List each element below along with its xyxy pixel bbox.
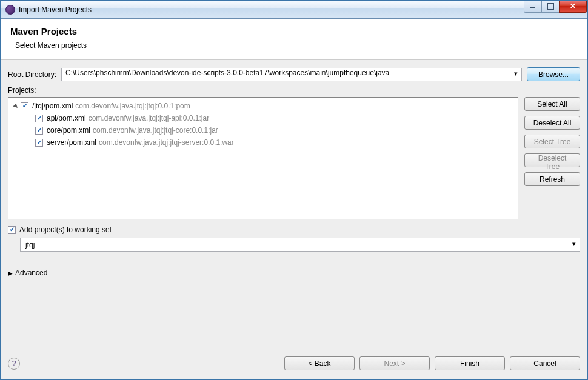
projects-label: Projects: <box>8 86 580 95</box>
tree-child-row[interactable]: ✔ core/pom.xml com.devonfw.java.jtqj:jtq… <box>8 124 518 136</box>
help-icon[interactable]: ? <box>8 358 20 370</box>
checkbox-child[interactable]: ✔ <box>35 139 43 147</box>
page-subtitle: Select Maven projects <box>15 41 578 50</box>
window-title: Import Maven Projects <box>19 5 524 14</box>
refresh-button[interactable]: Refresh <box>524 172 580 186</box>
close-button[interactable]: ✕ <box>559 1 587 13</box>
working-set-row: ✔ Add project(s) to working set <box>8 225 580 234</box>
projects-area: ✔ /jtqj/pom.xml com.devonfw.java.jtqj:jt… <box>8 97 580 219</box>
root-directory-input[interactable]: C:\Users\phschimm\Downloads\devon-ide-sc… <box>61 68 522 81</box>
footer: ? < Back Next > Finish Cancel <box>1 347 587 379</box>
back-button[interactable]: < Back <box>284 356 355 370</box>
page-title: Maven Projects <box>10 26 578 36</box>
working-set-select[interactable]: jtqj <box>20 238 580 252</box>
minimize-button[interactable] <box>524 1 542 13</box>
header-panel: Maven Projects Select Maven projects <box>1 19 587 60</box>
tree-child-gav: com.devonfw.java.jtqj:jtqj-api:0.0.1:jar <box>89 114 209 122</box>
next-button[interactable]: Next > <box>359 356 430 370</box>
tree-child-path: api/pom.xml <box>47 114 86 122</box>
advanced-toggle[interactable]: ▶ Advanced <box>8 268 580 277</box>
titlebar[interactable]: Import Maven Projects ✕ <box>1 1 587 19</box>
expander-icon[interactable] <box>12 102 19 110</box>
checkbox-child[interactable]: ✔ <box>35 127 43 135</box>
finish-button[interactable]: Finish <box>435 356 505 370</box>
tree-child-row[interactable]: ✔ api/pom.xml com.devonfw.java.jtqj:jtqj… <box>8 112 518 124</box>
tree-root-row[interactable]: ✔ /jtqj/pom.xml com.devonfw.java.jtqj:jt… <box>8 100 518 112</box>
tree-side-buttons: Select All Deselect All Select Tree Dese… <box>524 97 580 219</box>
root-directory-label: Root Directory: <box>8 70 56 79</box>
deselect-tree-button[interactable]: Deselect Tree <box>524 153 580 167</box>
tree-root-path: /jtqj/pom.xml <box>32 102 73 110</box>
browse-button[interactable]: Browse... <box>527 67 580 81</box>
deselect-all-button[interactable]: Deselect All <box>524 116 580 130</box>
cancel-button[interactable]: Cancel <box>510 356 580 370</box>
tree-child-row[interactable]: ✔ server/pom.xml com.devonfw.java.jtqj:j… <box>8 136 518 148</box>
chevron-right-icon: ▶ <box>8 270 13 276</box>
window-controls: ✕ <box>524 1 587 13</box>
tree-child-path: core/pom.xml <box>47 126 90 135</box>
working-set-value: jtqj <box>25 241 35 249</box>
dialog-window: Import Maven Projects ✕ Maven Projects S… <box>0 0 588 380</box>
select-all-button[interactable]: Select All <box>524 97 580 111</box>
working-set-label: Add project(s) to working set <box>19 225 112 234</box>
tree-child-gav: com.devonfw.java.jtqj:jtqj-core:0.0.1:ja… <box>93 126 218 135</box>
tree-child-path: server/pom.xml <box>47 138 96 147</box>
projects-tree[interactable]: ✔ /jtqj/pom.xml com.devonfw.java.jtqj:jt… <box>8 97 518 219</box>
advanced-label: Advanced <box>15 268 47 277</box>
select-tree-button[interactable]: Select Tree <box>524 135 580 148</box>
tree-child-gav: com.devonfw.java.jtqj:jtqj-server:0.0.1:… <box>99 138 234 147</box>
working-set-checkbox[interactable]: ✔ <box>8 226 16 234</box>
tree-root-gav: com.devonfw.java.jtqj:jtqj:0.0.1:pom <box>75 102 190 110</box>
maximize-button[interactable] <box>541 1 560 13</box>
content-area: Root Directory: C:\Users\phschimm\Downlo… <box>1 60 587 347</box>
root-directory-row: Root Directory: C:\Users\phschimm\Downlo… <box>8 67 580 81</box>
eclipse-icon <box>5 5 15 15</box>
root-directory-value: C:\Users\phschimm\Downloads\devon-ide-sc… <box>65 68 389 77</box>
checkbox-root[interactable]: ✔ <box>21 102 28 110</box>
checkbox-child[interactable]: ✔ <box>35 115 43 122</box>
